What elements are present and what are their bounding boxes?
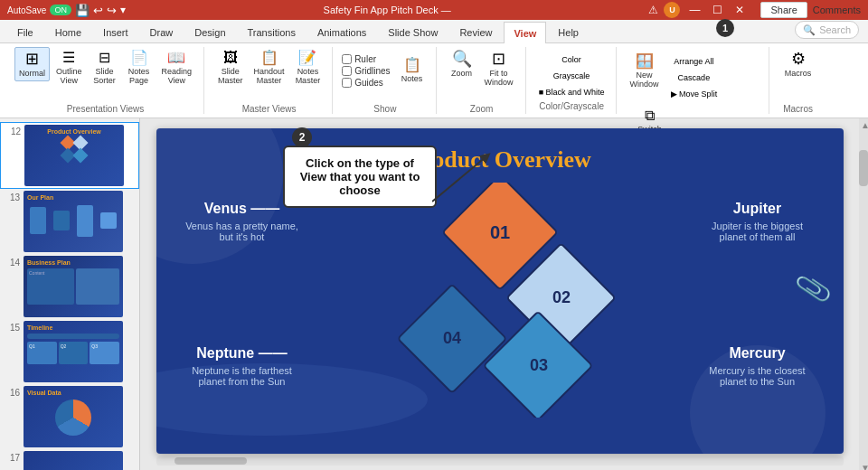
slide-master-label: SlideMaster bbox=[218, 67, 243, 85]
guides-label: Guides bbox=[354, 78, 383, 88]
ruler-checkbox-row[interactable]: Ruler bbox=[342, 54, 390, 64]
search-bar[interactable]: 🔍 Search bbox=[795, 21, 859, 39]
handout-master-label: HandoutMaster bbox=[254, 67, 285, 85]
tab-transitions[interactable]: Transitions bbox=[238, 21, 306, 42]
notes-master-label: NotesMaster bbox=[296, 67, 321, 85]
search-icon: 🔍 bbox=[803, 24, 816, 36]
normal-icon: ⊞ bbox=[25, 51, 39, 67]
ribbon-content: ⊞ Normal ☰ OutlineView ⊟ SlideSorter 📄 N… bbox=[0, 43, 868, 118]
slide-item-16[interactable]: 16 Visual Data bbox=[0, 384, 139, 449]
user-avatar[interactable]: U bbox=[664, 2, 680, 18]
btn-outline-view[interactable]: ☰ OutlineView bbox=[52, 47, 87, 89]
btn-color[interactable]: Color bbox=[535, 52, 609, 67]
comments-button[interactable]: Comments bbox=[813, 5, 861, 15]
share-button[interactable]: Share bbox=[760, 2, 807, 18]
ribbon: File Home Insert Draw Design Transitions… bbox=[0, 20, 868, 118]
btn-move-split[interactable]: ▶ Move Split bbox=[667, 87, 722, 101]
autosave-toggle[interactable]: ON bbox=[50, 5, 71, 15]
btn-cascade[interactable]: Cascade bbox=[667, 70, 722, 85]
save-icon[interactable]: 💾 bbox=[75, 4, 90, 17]
svg-line-0 bbox=[432, 156, 486, 202]
btn-bw[interactable]: ■ Black and White bbox=[535, 85, 609, 99]
macros-icon: ⚙ bbox=[791, 51, 806, 67]
h-scrollbar[interactable] bbox=[156, 456, 844, 465]
btn-slide-master[interactable]: 🖼 SlideMaster bbox=[213, 47, 248, 89]
slide-item-15[interactable]: 15 Timeline Q1 Q2 Q3 bbox=[0, 319, 139, 384]
guides-checkbox[interactable] bbox=[342, 78, 352, 88]
slide-thumb-12: Product Overview bbox=[24, 125, 124, 186]
zoom-icon: 🔍 bbox=[452, 51, 472, 67]
slide-item-12[interactable]: 12 Product Overview bbox=[0, 122, 139, 189]
slide-number-17: 17 bbox=[4, 451, 20, 463]
close-btn[interactable]: ✕ bbox=[731, 4, 748, 16]
new-window-icon: 🪟 bbox=[636, 54, 654, 69]
v-scrollbar-thumb[interactable] bbox=[859, 150, 868, 186]
slide-canvas-area: 2 Click on the type of View that you wan… bbox=[140, 118, 859, 470]
presentation-views-label: Presentation Views bbox=[67, 104, 144, 114]
btn-slide-sorter[interactable]: ⊟ SlideSorter bbox=[89, 47, 121, 89]
mercury-info: Mercury Mercury is the closest planet to… bbox=[699, 345, 816, 387]
btn-notes-master[interactable]: 📝 NotesMaster bbox=[291, 47, 326, 89]
v-scrollbar[interactable]: ▲ ▼ bbox=[859, 118, 868, 470]
group-window: 🪟 NewWindow Arrange All Cascade ▶ Move S… bbox=[618, 47, 769, 114]
tab-slideshow[interactable]: Slide Show bbox=[378, 21, 448, 42]
callout-text: Click on the type of View that you want … bbox=[300, 156, 420, 197]
minimize-btn[interactable]: — bbox=[685, 4, 703, 16]
step2-badge: 2 bbox=[292, 127, 312, 147]
ruler-label: Ruler bbox=[354, 54, 376, 64]
slide-number-14: 14 bbox=[4, 256, 20, 268]
color-label: Color bbox=[561, 55, 581, 64]
slide-sorter-icon: ⊟ bbox=[99, 51, 110, 65]
new-window-label: NewWindow bbox=[630, 70, 659, 89]
slide-item-14[interactable]: 14 Business Plan Content bbox=[0, 254, 139, 319]
search-placeholder: Search bbox=[819, 24, 851, 35]
btn-notes-page[interactable]: 📄 NotesPage bbox=[123, 47, 156, 89]
h-scrollbar-thumb[interactable] bbox=[175, 457, 247, 465]
undo-icon[interactable]: ↩ bbox=[93, 4, 103, 17]
tab-design[interactable]: Design bbox=[184, 21, 235, 42]
redo-icon[interactable]: ↪ bbox=[107, 4, 117, 17]
share-area: Share Comments bbox=[760, 2, 861, 18]
group-macros: ⚙ Macros Macros bbox=[771, 47, 826, 114]
tab-draw[interactable]: Draw bbox=[140, 21, 184, 42]
btn-reading-view[interactable]: 📖 ReadingView bbox=[157, 47, 197, 89]
gridlines-label: Gridlines bbox=[354, 66, 390, 76]
neptune-desc: Neptune is the farthest planet from the … bbox=[184, 365, 301, 387]
slide-item-13[interactable]: 13 Our Plan bbox=[0, 189, 139, 254]
slide-thumb-14: Business Plan Content bbox=[24, 256, 123, 317]
tab-review[interactable]: Review bbox=[449, 21, 502, 42]
notes-page-icon: 📄 bbox=[130, 51, 148, 65]
gridlines-checkbox-row[interactable]: Gridlines bbox=[342, 66, 390, 76]
btn-macros[interactable]: ⚙ Macros bbox=[780, 47, 816, 81]
btn-fit-window[interactable]: ⊡ Fit toWindow bbox=[480, 47, 518, 90]
scroll-up-btn[interactable]: ▲ bbox=[859, 118, 868, 132]
venus-desc: Venus has a pretty name, but it's hot bbox=[184, 221, 301, 242]
tab-home[interactable]: Home bbox=[45, 21, 91, 42]
maximize-btn[interactable]: ☐ bbox=[709, 4, 726, 16]
ruler-checkbox[interactable] bbox=[342, 54, 352, 64]
tab-file[interactable]: File bbox=[7, 21, 43, 42]
btn-normal[interactable]: ⊞ Normal bbox=[14, 47, 50, 81]
scroll-down-btn[interactable]: ▼ bbox=[859, 461, 868, 470]
neptune-name: Neptune —— bbox=[184, 345, 301, 362]
tab-help[interactable]: Help bbox=[548, 21, 589, 42]
slide-number-16: 16 bbox=[4, 386, 20, 398]
tab-animations[interactable]: Animations bbox=[307, 21, 376, 42]
notes-icon: 📋 bbox=[403, 58, 421, 72]
gridlines-checkbox[interactable] bbox=[342, 66, 352, 76]
presentation-views-items: ⊞ Normal ☰ OutlineView ⊟ SlideSorter 📄 N… bbox=[14, 47, 196, 102]
btn-grayscale[interactable]: Grayscale bbox=[535, 69, 609, 83]
btn-new-window[interactable]: 🪟 NewWindow bbox=[626, 51, 664, 101]
btn-handout-master[interactable]: 📋 HandoutMaster bbox=[250, 47, 289, 89]
slide-item-17[interactable]: 17 bbox=[0, 449, 139, 470]
tab-insert[interactable]: Insert bbox=[93, 21, 138, 42]
btn-arrange-all[interactable]: Arrange All bbox=[667, 54, 722, 69]
guides-checkbox-row[interactable]: Guides bbox=[342, 78, 390, 88]
paperclip-decoration: 📎 bbox=[793, 268, 834, 307]
master-views-label: Master Views bbox=[242, 104, 297, 114]
btn-zoom[interactable]: 🔍 Zoom bbox=[446, 47, 478, 81]
tab-view[interactable]: View bbox=[504, 22, 546, 43]
window-title: Safety Fin App Pitch Deck — bbox=[126, 5, 649, 15]
group-zoom: 🔍 Zoom ⊡ Fit toWindow Zoom bbox=[439, 47, 526, 114]
btn-notes[interactable]: 📋 Notes bbox=[396, 54, 429, 87]
